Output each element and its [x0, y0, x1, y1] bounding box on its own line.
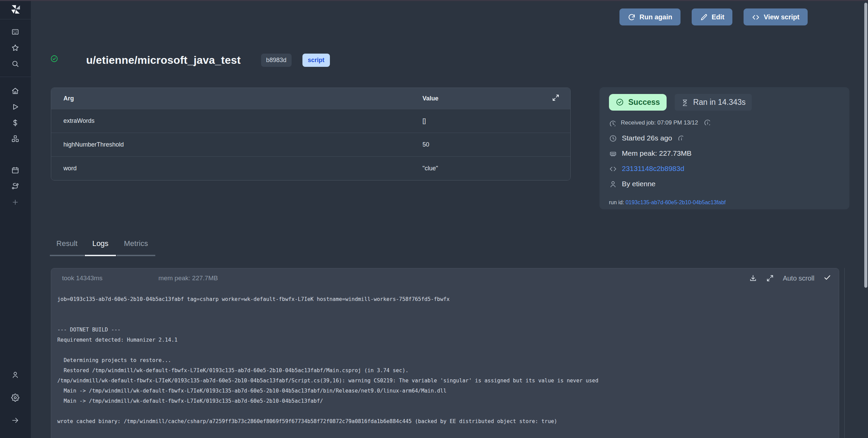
status-label: Success [628, 98, 660, 107]
code-icon [609, 165, 616, 172]
page-title: u/etienne/microsoft_java_test [86, 54, 241, 66]
star-icon [11, 44, 20, 52]
status-badge: Success [609, 94, 667, 111]
apps-icon [11, 28, 20, 36]
arg-name: highNumberThreshold [51, 141, 422, 148]
mem-peak-text: Mem peak: 227.73MB [622, 149, 691, 157]
arg-name: extraWords [51, 117, 422, 125]
arg-value: [] [422, 117, 570, 125]
sidebar-item-search[interactable] [0, 56, 31, 72]
dollar-icon [11, 119, 20, 127]
memory-icon [609, 150, 616, 157]
run-id-label: run id: [609, 199, 624, 205]
result-tabs: Result Logs Metrics [50, 239, 155, 256]
sidebar-collapse-toggle[interactable] [0, 413, 31, 429]
gear-icon [11, 394, 20, 402]
vertical-scrollbar[interactable] [864, 3, 867, 288]
download-icon[interactable] [749, 274, 757, 282]
arg-value: "clue" [422, 165, 570, 172]
info-icon[interactable] [677, 134, 683, 142]
value-column-header: Value [422, 95, 570, 102]
code-icon [752, 13, 759, 21]
table-row: highNumberThreshold 50 [51, 133, 570, 156]
route-icon [11, 182, 20, 191]
sidebar [0, 0, 31, 438]
logs-took: took 14343ms [62, 274, 102, 282]
sidebar-item-add[interactable] [0, 194, 31, 210]
tab-logs[interactable]: Logs [85, 239, 116, 256]
sidebar-item-home[interactable] [0, 83, 31, 99]
hash-badge[interactable]: b8983d [261, 54, 292, 67]
pencil-icon [700, 13, 707, 21]
tab-result[interactable]: Result [50, 239, 84, 256]
triggered-by-text: By etienne [622, 180, 655, 188]
sidebar-divider [0, 77, 31, 77]
arg-name: word [51, 165, 422, 172]
log-output: job=0193c135-ab7d-60e5-2b10-04b5ac13fabf… [51, 288, 839, 426]
run-info-panel: Success Ran in 14.343s Received job: 07:… [599, 87, 849, 209]
expand-args-icon[interactable] [552, 94, 561, 104]
clock-icon [609, 120, 615, 126]
duration-label: Ran in 14.343s [693, 98, 746, 107]
triggered-by-line: By etienne [609, 180, 840, 188]
check-circle-icon [616, 98, 624, 107]
sidebar-item-favorites[interactable] [0, 40, 31, 56]
title-row: u/etienne/microsoft_java_test b8983d scr… [50, 54, 330, 67]
user-icon [11, 371, 20, 379]
top-border [0, 0, 868, 1]
run-again-button[interactable]: Run again [619, 8, 680, 25]
windmill-logo[interactable] [0, 0, 31, 19]
info-icon[interactable] [704, 119, 710, 127]
view-script-label: View script [764, 13, 799, 21]
clock-icon [609, 134, 616, 142]
sidebar-item-account[interactable] [0, 367, 31, 383]
table-row: extraWords [] [51, 109, 570, 133]
sidebar-item-schedules[interactable] [0, 163, 31, 178]
panel-edge-divider [844, 268, 845, 438]
hourglass-icon [681, 99, 688, 106]
run-again-label: Run again [639, 13, 672, 21]
edit-label: Edit [712, 13, 725, 21]
args-table-header: Arg Value [51, 88, 570, 109]
script-type-badge[interactable]: script [302, 54, 330, 67]
header-actions: Run again Edit View script [619, 8, 808, 25]
logs-header: took 14343ms mem peak: 227.7MB Auto scro… [51, 268, 839, 288]
sidebar-item-runs[interactable] [0, 99, 31, 115]
calendar-icon [11, 166, 20, 175]
user-icon [609, 180, 616, 188]
logs-panel: took 14343ms mem peak: 227.7MB Auto scro… [51, 268, 839, 438]
edit-button[interactable]: Edit [692, 8, 733, 25]
checkmark-icon [823, 273, 831, 282]
arrow-right-icon [11, 416, 20, 425]
search-icon [11, 60, 20, 68]
run-id-link[interactable]: 0193c135-ab7d-60e5-2b10-04b5ac13fabf [626, 199, 726, 205]
logs-mem-peak: mem peak: 227.7MB [158, 274, 218, 282]
cubes-icon [11, 135, 20, 143]
sidebar-item-apps[interactable] [0, 24, 31, 40]
received-job-line: Received job: 07:09 PM 13/12 [609, 119, 840, 127]
expand-icon[interactable] [766, 274, 774, 282]
sidebar-item-settings[interactable] [0, 390, 31, 406]
windmill-logo-icon [10, 4, 21, 15]
args-table: Arg Value extraWords [] highNumberThresh… [51, 88, 571, 180]
received-job-text: Received job: 07:09 PM 13/12 [621, 119, 698, 126]
script-hash-link[interactable]: 23131148c2b8983d [622, 165, 684, 173]
plus-icon [11, 198, 20, 207]
sidebar-item-resources[interactable] [0, 131, 31, 147]
view-script-button[interactable]: View script [744, 8, 807, 25]
duration-chip: Ran in 14.343s [675, 94, 752, 111]
tab-metrics[interactable]: Metrics [117, 239, 155, 256]
auto-scroll-label: Auto scroll [783, 274, 814, 282]
started-line: Started 26s ago [609, 134, 840, 142]
run-id-row: run id: 0193c135-ab7d-60e5-2b10-04b5ac13… [609, 199, 840, 206]
arg-value: 50 [422, 141, 570, 148]
sidebar-item-workflows[interactable] [0, 178, 31, 194]
play-icon [11, 103, 20, 111]
success-check-icon [50, 55, 60, 66]
refresh-icon [628, 13, 635, 21]
sidebar-item-variables[interactable] [0, 115, 31, 131]
script-hash-line: 23131148c2b8983d [609, 165, 840, 173]
mem-peak-line: Mem peak: 227.73MB [609, 149, 840, 157]
auto-scroll-checkbox[interactable] [823, 273, 831, 283]
arg-column-header: Arg [51, 95, 422, 102]
